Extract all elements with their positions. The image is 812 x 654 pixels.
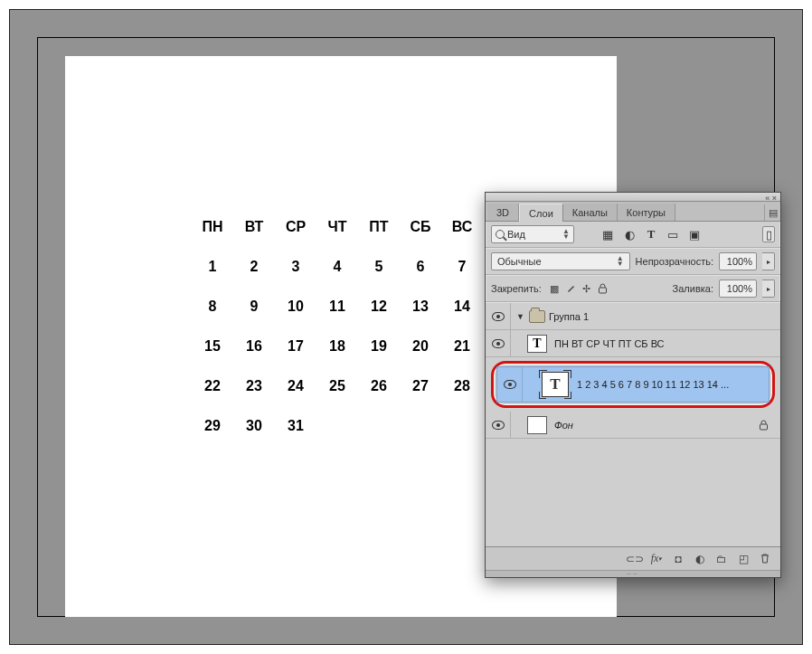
blend-mode-value: Обычные xyxy=(497,256,542,267)
calendar-cell: 3 xyxy=(275,259,316,275)
calendar-cell: 21 xyxy=(441,338,483,355)
calendar-cell: 9 xyxy=(233,299,275,315)
blend-mode-select[interactable]: Обычные ▲▼ xyxy=(491,252,630,270)
layer-fx-icon[interactable]: fx▾ xyxy=(648,551,665,567)
layer-filter-select[interactable]: Вид ▲▼ xyxy=(491,225,574,243)
disclosure-triangle[interactable]: ▼ xyxy=(516,312,527,321)
blend-opacity-row: Обычные ▲▼ Непрозрачность: 100% ▸ xyxy=(486,248,780,275)
visibility-toggle[interactable] xyxy=(486,330,511,356)
delete-layer-icon[interactable] xyxy=(757,551,773,567)
calendar-cell: 15 xyxy=(192,338,233,355)
filter-pixel-icon[interactable]: ▦ xyxy=(598,226,618,242)
tab-layers[interactable]: Слои xyxy=(519,204,563,222)
calendar-cell: 25 xyxy=(316,378,358,394)
opacity-slider-toggle[interactable]: ▸ xyxy=(762,252,775,270)
calendar-row: 1 2 3 4 5 6 7 xyxy=(192,259,483,275)
layers-panel[interactable]: « × 3D Слои Каналы Контуры ▤ Вид ▲▼ ▦ ◐ xyxy=(485,192,781,578)
tab-channels[interactable]: Каналы xyxy=(563,204,618,221)
calendar-row: 8 9 10 11 12 13 14 xyxy=(192,299,483,315)
lock-all-icon[interactable] xyxy=(596,281,610,296)
app-frame: ПН ВТ СР ЧТ ПТ СБ ВС 1 2 3 4 5 6 7 xyxy=(9,9,803,645)
eye-icon xyxy=(492,312,505,321)
type-layer-icon: T xyxy=(527,335,547,353)
filter-shape-icon[interactable]: ▭ xyxy=(663,226,683,242)
layers-panel-footer: ⊂⊃ fx▾ ◘ ◐ 🗀 ◰ xyxy=(486,546,780,570)
lock-label: Закрепить: xyxy=(491,283,542,294)
calendar-cell: 22 xyxy=(192,378,233,394)
tab-3d[interactable]: 3D xyxy=(487,204,519,221)
calendar-cell: 4 xyxy=(316,259,358,275)
lock-transparency-icon[interactable]: ▩ xyxy=(547,281,562,296)
weekday-label: ЧТ xyxy=(316,219,358,235)
lock-buttons: ▩ ✢ xyxy=(547,281,610,296)
new-layer-icon[interactable]: ◰ xyxy=(735,551,751,567)
calendar-cell: 13 xyxy=(400,299,441,315)
calendar-cell: 7 xyxy=(441,259,483,275)
link-layers-icon[interactable]: ⊂⊃ xyxy=(627,551,643,567)
chevron-updown-icon: ▲▼ xyxy=(617,256,624,267)
visibility-toggle[interactable] xyxy=(497,367,523,402)
weekday-label: ВТ xyxy=(233,219,275,235)
canvas-area: ПН ВТ СР ЧТ ПТ СБ ВС 1 2 3 4 5 6 7 xyxy=(37,37,775,617)
lock-position-icon[interactable]: ✢ xyxy=(580,281,594,296)
calendar-cell: 17 xyxy=(275,338,316,355)
opacity-label: Непрозрачность: xyxy=(636,256,713,267)
layer-name[interactable]: Фон xyxy=(554,420,759,431)
tab-paths[interactable]: Контуры xyxy=(618,204,675,221)
calendar-row: 29 30 31 xyxy=(192,418,483,434)
svg-rect-0 xyxy=(600,288,607,293)
svg-rect-1 xyxy=(760,424,768,430)
panel-drag-bar[interactable]: « × xyxy=(486,193,780,202)
layer-name[interactable]: Группа 1 xyxy=(549,311,780,322)
add-mask-icon[interactable]: ◘ xyxy=(670,551,686,567)
calendar-cell: 5 xyxy=(358,259,400,275)
collapse-icon[interactable]: « × xyxy=(765,194,777,203)
calendar-cell: 23 xyxy=(233,378,275,394)
filter-smart-icon[interactable]: ▣ xyxy=(685,226,704,242)
calendar-cell: 28 xyxy=(441,378,483,394)
panel-resize-grip[interactable]: ┄┄ xyxy=(486,570,780,577)
calendar-header-row: ПН ВТ СР ЧТ ПТ СБ ВС xyxy=(192,219,483,235)
calendar-cell xyxy=(358,418,400,434)
weekday-label: СР xyxy=(275,219,316,235)
fill-value[interactable]: 100% xyxy=(719,280,757,298)
layer-name[interactable]: 1 2 3 4 5 6 7 8 9 10 11 12 13 14 ... xyxy=(577,379,769,390)
lock-pixels-icon[interactable] xyxy=(563,281,578,296)
calendar-cell: 19 xyxy=(358,338,400,355)
calendar-cell: 12 xyxy=(358,299,400,315)
layer-row[interactable]: T ПН ВТ СР ЧТ ПТ СБ ВС xyxy=(486,330,780,357)
filter-adjustment-icon[interactable]: ◐ xyxy=(619,226,639,242)
new-adjustment-icon[interactable]: ◐ xyxy=(692,551,708,567)
calendar-cell: 31 xyxy=(275,418,316,434)
lock-icon xyxy=(759,420,775,431)
opacity-value[interactable]: 100% xyxy=(719,252,757,270)
callout-highlight: T 1 2 3 4 5 6 7 8 9 10 11 12 13 14 ... xyxy=(491,361,775,408)
weekday-label: ВС xyxy=(441,219,483,235)
layer-row-selected[interactable]: T 1 2 3 4 5 6 7 8 9 10 11 12 13 14 ... xyxy=(496,366,770,403)
layer-group-row[interactable]: ▼ Группа 1 xyxy=(486,303,780,330)
layer-name[interactable]: ПН ВТ СР ЧТ ПТ СБ ВС xyxy=(554,338,780,349)
calendar-cell: 11 xyxy=(316,299,358,315)
filter-type-icon[interactable]: T xyxy=(641,226,661,242)
type-layer-icon-editing: T xyxy=(539,370,571,399)
weekday-label: ПТ xyxy=(358,219,400,235)
calendar-cell: 16 xyxy=(233,338,275,355)
layer-thumbnail xyxy=(527,416,547,434)
calendar-cell xyxy=(441,418,483,434)
panel-menu-button[interactable]: ▤ xyxy=(764,204,780,221)
eye-icon xyxy=(504,380,516,389)
layer-row-background[interactable]: Фон xyxy=(486,412,780,439)
new-group-icon[interactable]: 🗀 xyxy=(713,551,730,567)
chevron-updown-icon: ▲▼ xyxy=(562,229,570,240)
calendar-cell: 24 xyxy=(275,378,316,394)
filter-kind-buttons: ▦ ◐ T ▭ ▣ xyxy=(598,226,704,242)
calendar-cell: 18 xyxy=(316,338,358,355)
calendar-cell: 6 xyxy=(400,259,441,275)
filter-toggle-switch[interactable]: ▯ xyxy=(762,226,775,242)
calendar-cell: 10 xyxy=(275,299,316,315)
fill-slider-toggle[interactable]: ▸ xyxy=(762,280,775,298)
calendar-cell: 26 xyxy=(358,378,400,394)
search-icon xyxy=(496,230,505,239)
visibility-toggle[interactable] xyxy=(486,303,511,329)
visibility-toggle[interactable] xyxy=(486,412,511,438)
